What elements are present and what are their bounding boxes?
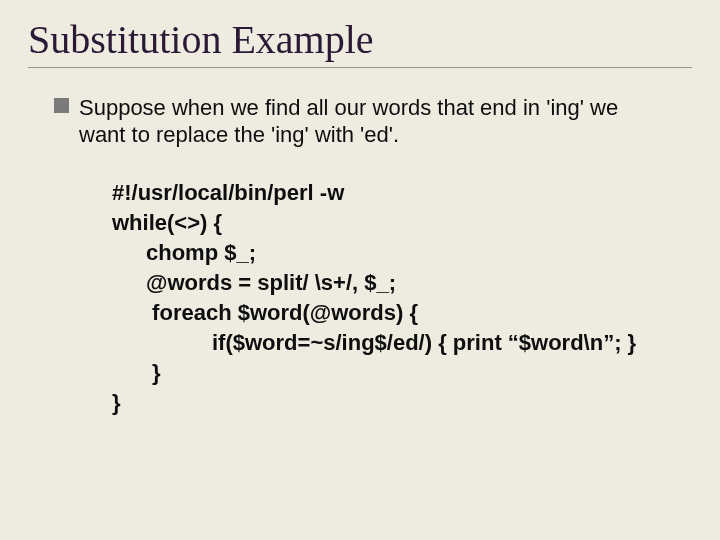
code-line: #!/usr/local/bin/perl -w xyxy=(112,178,692,208)
code-line: while(<>) { xyxy=(112,208,692,238)
bullet-text: Suppose when we find all our words that … xyxy=(79,94,664,148)
square-bullet-icon xyxy=(54,98,69,113)
slide: Substitution Example Suppose when we fin… xyxy=(0,0,720,540)
code-line: if($word=~s/ing$/ed/) { print “$word\n”;… xyxy=(112,328,692,358)
code-line: } xyxy=(112,388,692,418)
title-divider xyxy=(28,67,692,68)
code-line: foreach $word(@words) { xyxy=(112,298,692,328)
bullet-item: Suppose when we find all our words that … xyxy=(54,94,664,148)
code-block: #!/usr/local/bin/perl -w while(<>) { cho… xyxy=(112,178,692,418)
code-line: } xyxy=(112,358,692,388)
code-line: @words = split/ \s+/, $_; xyxy=(112,268,692,298)
code-line: chomp $_; xyxy=(112,238,692,268)
slide-title: Substitution Example xyxy=(28,16,692,63)
